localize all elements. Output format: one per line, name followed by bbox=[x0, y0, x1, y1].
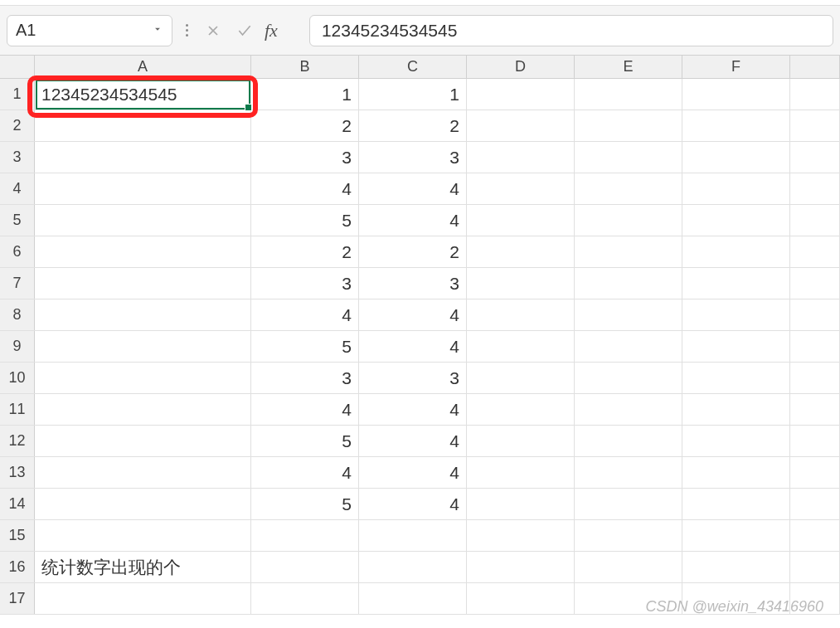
cell[interactable] bbox=[682, 331, 790, 362]
row-header[interactable]: 12 bbox=[0, 426, 35, 456]
row-header[interactable]: 6 bbox=[0, 236, 35, 267]
cell[interactable] bbox=[682, 394, 790, 425]
cell[interactable]: 2 bbox=[251, 110, 359, 141]
cell[interactable]: 5 bbox=[251, 426, 359, 456]
cell[interactable] bbox=[790, 110, 840, 141]
cell[interactable] bbox=[575, 520, 682, 551]
cell[interactable] bbox=[682, 489, 790, 519]
cell[interactable]: 4 bbox=[251, 394, 359, 425]
cell[interactable] bbox=[467, 173, 575, 204]
col-header-B[interactable]: B bbox=[251, 56, 359, 78]
cell[interactable]: 4 bbox=[359, 426, 467, 456]
cell[interactable] bbox=[682, 426, 790, 456]
cell[interactable] bbox=[35, 394, 251, 425]
select-all-corner[interactable] bbox=[0, 56, 35, 78]
cell[interactable] bbox=[35, 363, 251, 393]
row-header[interactable]: 14 bbox=[0, 489, 35, 519]
cell[interactable]: 4 bbox=[359, 299, 467, 330]
row-header[interactable]: 16 bbox=[0, 552, 35, 582]
cell[interactable]: 3 bbox=[359, 363, 467, 393]
cell[interactable] bbox=[682, 173, 790, 204]
cell[interactable] bbox=[467, 331, 575, 362]
cell[interactable] bbox=[575, 268, 682, 299]
cell[interactable] bbox=[790, 236, 840, 267]
cell[interactable] bbox=[575, 173, 682, 204]
cell[interactable] bbox=[682, 142, 790, 173]
name-box[interactable]: A1 bbox=[7, 15, 172, 46]
cell[interactable]: 4 bbox=[359, 331, 467, 362]
cell[interactable] bbox=[575, 331, 682, 362]
cell[interactable] bbox=[575, 363, 682, 393]
cell[interactable] bbox=[575, 426, 682, 456]
cell[interactable]: 3 bbox=[359, 142, 467, 173]
cell[interactable] bbox=[35, 457, 251, 488]
cell[interactable] bbox=[359, 520, 467, 551]
cell[interactable] bbox=[467, 142, 575, 173]
chevron-down-icon[interactable] bbox=[152, 23, 163, 38]
cell[interactable] bbox=[467, 520, 575, 551]
cell[interactable]: 5 bbox=[251, 489, 359, 519]
formula-input[interactable]: 12345234534545 bbox=[309, 15, 833, 46]
cell[interactable] bbox=[467, 205, 575, 236]
cell[interactable] bbox=[467, 583, 575, 614]
cell[interactable] bbox=[467, 394, 575, 425]
cell[interactable]: 5 bbox=[251, 331, 359, 362]
row-header[interactable]: 3 bbox=[0, 142, 35, 173]
separator-handle[interactable] bbox=[182, 21, 192, 40]
cell[interactable] bbox=[35, 426, 251, 456]
cell[interactable]: 4 bbox=[251, 173, 359, 204]
cell[interactable] bbox=[790, 331, 840, 362]
fx-label[interactable]: fx bbox=[265, 20, 278, 41]
cell[interactable] bbox=[790, 173, 840, 204]
cell[interactable]: 12345234534545 bbox=[35, 79, 251, 110]
cell[interactable] bbox=[467, 268, 575, 299]
cell[interactable] bbox=[35, 173, 251, 204]
cell[interactable] bbox=[575, 299, 682, 330]
row-header[interactable]: 9 bbox=[0, 331, 35, 362]
row-header[interactable]: 5 bbox=[0, 205, 35, 236]
cell[interactable] bbox=[790, 457, 840, 488]
cell[interactable]: 3 bbox=[251, 268, 359, 299]
cell[interactable] bbox=[575, 79, 682, 110]
cell[interactable]: 3 bbox=[251, 142, 359, 173]
cell[interactable] bbox=[467, 457, 575, 488]
cell[interactable] bbox=[575, 110, 682, 141]
col-header-A[interactable]: A bbox=[35, 56, 251, 78]
cell[interactable] bbox=[467, 489, 575, 519]
cell[interactable] bbox=[682, 552, 790, 582]
cell[interactable] bbox=[35, 142, 251, 173]
cell[interactable]: 4 bbox=[359, 205, 467, 236]
row-header[interactable]: 1 bbox=[0, 79, 35, 110]
cell[interactable] bbox=[575, 489, 682, 519]
cell[interactable] bbox=[682, 299, 790, 330]
row-header[interactable]: 17 bbox=[0, 583, 35, 614]
cell[interactable] bbox=[790, 205, 840, 236]
col-header-D[interactable]: D bbox=[467, 56, 575, 78]
col-header-extra[interactable] bbox=[790, 56, 840, 78]
cell[interactable]: 4 bbox=[359, 457, 467, 488]
row-header[interactable]: 8 bbox=[0, 299, 35, 330]
cell[interactable] bbox=[467, 110, 575, 141]
cell[interactable] bbox=[790, 520, 840, 551]
cell[interactable] bbox=[35, 205, 251, 236]
cell[interactable] bbox=[682, 363, 790, 393]
row-header[interactable]: 15 bbox=[0, 520, 35, 551]
cell[interactable] bbox=[467, 426, 575, 456]
cell[interactable]: 3 bbox=[251, 363, 359, 393]
cell[interactable] bbox=[575, 552, 682, 582]
cell[interactable]: 4 bbox=[359, 489, 467, 519]
cell[interactable] bbox=[35, 110, 251, 141]
cell[interactable] bbox=[251, 583, 359, 614]
cell[interactable] bbox=[682, 110, 790, 141]
row-header[interactable]: 7 bbox=[0, 268, 35, 299]
cell[interactable]: 1 bbox=[359, 79, 467, 110]
cell[interactable] bbox=[682, 520, 790, 551]
cell[interactable] bbox=[35, 268, 251, 299]
cell[interactable] bbox=[467, 236, 575, 267]
cell[interactable] bbox=[575, 236, 682, 267]
row-header[interactable]: 13 bbox=[0, 457, 35, 488]
cell[interactable]: 2 bbox=[359, 110, 467, 141]
cell[interactable] bbox=[35, 520, 251, 551]
cell[interactable] bbox=[682, 205, 790, 236]
cell[interactable]: 2 bbox=[359, 236, 467, 267]
